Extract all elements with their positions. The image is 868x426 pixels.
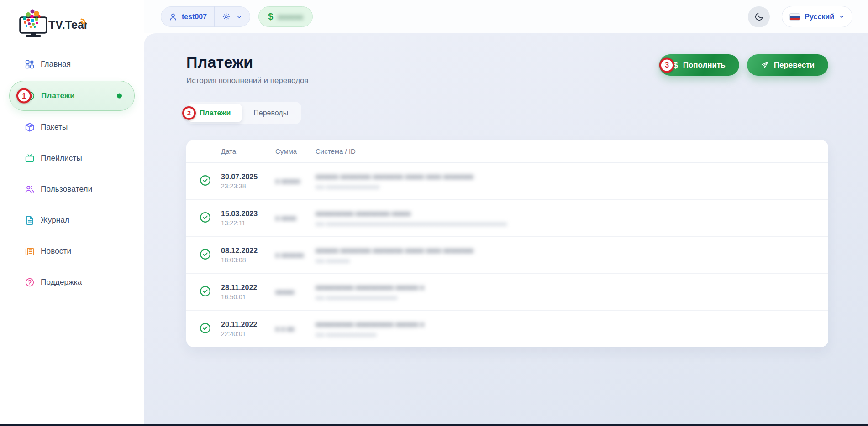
sidebar-item-label: Плейлисты	[41, 154, 82, 163]
sidebar-item-label: Главная	[41, 60, 71, 69]
payment-system-blurred: xxxxxx xxxxxxxx xxxxxxxx xxxxx xxxx xxxx…	[316, 246, 828, 254]
dark-mode-toggle[interactable]	[748, 6, 770, 27]
amount-cell: x x xx	[275, 325, 316, 333]
topbar: test007 $ xxxxxx Русский	[144, 0, 868, 33]
annotation-badge-1: 1	[16, 88, 32, 104]
package-icon	[24, 122, 35, 133]
tab-transfers-label: Переводы	[253, 109, 288, 117]
table-row[interactable]: 20.11.202222:40:01 x x xx xxxxxxxxxx xxx…	[186, 311, 828, 347]
transfer-button[interactable]: Перевести	[747, 54, 828, 76]
status-cell	[199, 211, 221, 225]
topup-button[interactable]: $ Пополнить 3	[659, 54, 739, 76]
balance-chip[interactable]: $ xxxxxx	[258, 6, 313, 27]
status-cell	[199, 248, 221, 262]
sidebar-item-label: Платежи	[41, 91, 75, 100]
send-icon	[761, 61, 769, 69]
tab-payments[interactable]: Платежи 2	[188, 104, 242, 122]
user-settings-section[interactable]	[215, 7, 250, 26]
table-header: Дата Сумма Система / ID	[186, 140, 828, 163]
annotation-badge-2: 2	[182, 106, 196, 120]
date-cell: 20.11.202222:40:01	[221, 321, 275, 338]
payment-system-blurred: xxxxxxxxxx xxxxxxxxx xxxxx	[316, 209, 828, 217]
chevron-down-icon	[236, 14, 242, 20]
check-circle-icon	[199, 174, 211, 187]
gear-icon	[222, 12, 231, 21]
payment-date: 08.12.2022	[221, 247, 275, 255]
sidebar-item-label: Пользователи	[41, 185, 92, 194]
tab-transfers[interactable]: Переводы	[242, 104, 300, 122]
payment-date: 28.11.2022	[221, 284, 275, 292]
sidebar-item-home[interactable]: Главная	[9, 50, 135, 79]
sidebar-item-news[interactable]: Новости	[9, 237, 135, 266]
date-cell: 15.03.202313:22:11	[221, 210, 275, 227]
dashboard-icon	[24, 59, 35, 70]
page-header: Платежи История пополнений и переводов $…	[144, 33, 868, 85]
payment-amount-blurred: x x xx	[275, 325, 295, 332]
user-chip[interactable]: test007	[161, 6, 250, 27]
page-actions: $ Пополнить 3 Перевести	[659, 54, 828, 76]
amount-cell: x xxxxxx	[275, 251, 316, 259]
language-selector[interactable]: Русский	[782, 6, 852, 27]
table-row[interactable]: 08.12.202218:03:08 x xxxxxx xxxxxx xxxxx…	[186, 237, 828, 274]
payment-amount-blurred: xxxxx	[275, 288, 295, 296]
annotation-badge-3: 3	[659, 57, 674, 73]
sidebar-item-label: Журнал	[41, 216, 69, 225]
tv-icon	[24, 153, 35, 164]
payment-date: 30.07.2025	[221, 173, 275, 181]
sidebar-item-journal[interactable]: Журнал	[9, 206, 135, 235]
sidebar-item-payments[interactable]: Платежи 1	[9, 81, 135, 111]
system-cell: xxxxxx xxxxxxxx xxxxxxxx xxxxx xxxx xxxx…	[316, 246, 828, 264]
tv-team-logo-icon: TV.Team	[18, 7, 87, 38]
payment-time: 16:50:01	[221, 293, 275, 301]
help-circle-icon	[24, 277, 35, 288]
users-icon	[24, 184, 35, 195]
payment-amount-blurred: x xxxx	[275, 214, 296, 222]
payment-time: 13:22:11	[221, 219, 275, 227]
date-cell: 28.11.202216:50:01	[221, 284, 275, 301]
username: test007	[182, 13, 207, 21]
newspaper-icon	[24, 246, 35, 257]
active-indicator-dot	[117, 94, 122, 99]
payment-amount-blurred: x xxxxxx	[275, 251, 304, 259]
system-cell: xxxxxxxxxx xxxxxxxxxx xxxxxx xxxx xxxxxx…	[316, 283, 828, 301]
balance-value-blurred: xxxxxx	[278, 13, 303, 21]
russian-flag-icon	[789, 13, 800, 21]
system-cell: xxxxxxxxxx xxxxxxxxxx xxxxxx xxxx xxxxxx…	[316, 320, 828, 338]
payment-id-blurred: xxx xxxxxxxxxxxxxxxxxx	[316, 183, 828, 190]
payment-date: 20.11.2022	[221, 321, 275, 329]
table-row[interactable]: 15.03.202313:22:11 x xxxx xxxxxxxxxx xxx…	[186, 200, 828, 237]
content-area: Платежи История пополнений и переводов $…	[144, 33, 868, 424]
payments-table-card: Дата Сумма Система / ID 30.07.202523:23:…	[186, 140, 828, 347]
page-title-block: Платежи История пополнений и переводов	[186, 53, 309, 85]
amount-cell: x xxxxx	[275, 177, 316, 185]
sidebar-item-packages[interactable]: Пакеты	[9, 113, 135, 142]
system-cell: xxxxxxxxxx xxxxxxxxx xxxxxxxx xxxxxxxxxx…	[316, 209, 828, 227]
sidebar: TV.Team Главная Платежи 1 Пакеты	[0, 0, 144, 424]
svg-text:TV.Team: TV.Team	[48, 18, 87, 31]
tab-strip: Платежи 2 Переводы	[186, 102, 301, 124]
table-row[interactable]: 30.07.202523:23:38 x xxxxx xxxxxx xxxxxx…	[186, 163, 828, 200]
date-column-header: Дата	[221, 147, 275, 155]
check-circle-icon	[199, 285, 211, 297]
sidebar-item-support[interactable]: Поддержка	[9, 268, 135, 297]
payment-date: 15.03.2023	[221, 210, 275, 218]
page-subtitle: История пополнений и переводов	[186, 76, 309, 85]
payment-id-blurred: xxx xxxxxxxxxxxxxxxxx	[316, 331, 828, 338]
system-cell: xxxxxx xxxxxxxx xxxxxxxx xxxxx xxxx xxxx…	[316, 172, 828, 190]
page-title: Платежи	[186, 53, 309, 71]
amount-cell: x xxxx	[275, 214, 316, 222]
payment-id-blurred: xxx xxxxxxxxxxxxxxxxxxxxxxxxxxxxxxxxxxxx…	[316, 220, 828, 227]
status-cell	[199, 174, 221, 188]
sidebar-item-playlists[interactable]: Плейлисты	[9, 144, 135, 173]
status-cell	[199, 322, 221, 336]
topup-button-label: Пополнить	[683, 61, 726, 70]
sidebar-item-users[interactable]: Пользователи	[9, 175, 135, 204]
user-section[interactable]: test007	[161, 7, 214, 26]
brand-logo[interactable]: TV.Team	[18, 7, 87, 40]
check-circle-icon	[199, 211, 211, 223]
table-row[interactable]: 28.11.202216:50:01 xxxxx xxxxxxxxxx xxxx…	[186, 274, 828, 311]
payment-time: 22:40:01	[221, 330, 275, 338]
system-column-header: Система / ID	[316, 147, 828, 155]
sidebar-item-label: Пакеты	[41, 123, 68, 132]
chevron-down-icon	[839, 14, 845, 20]
